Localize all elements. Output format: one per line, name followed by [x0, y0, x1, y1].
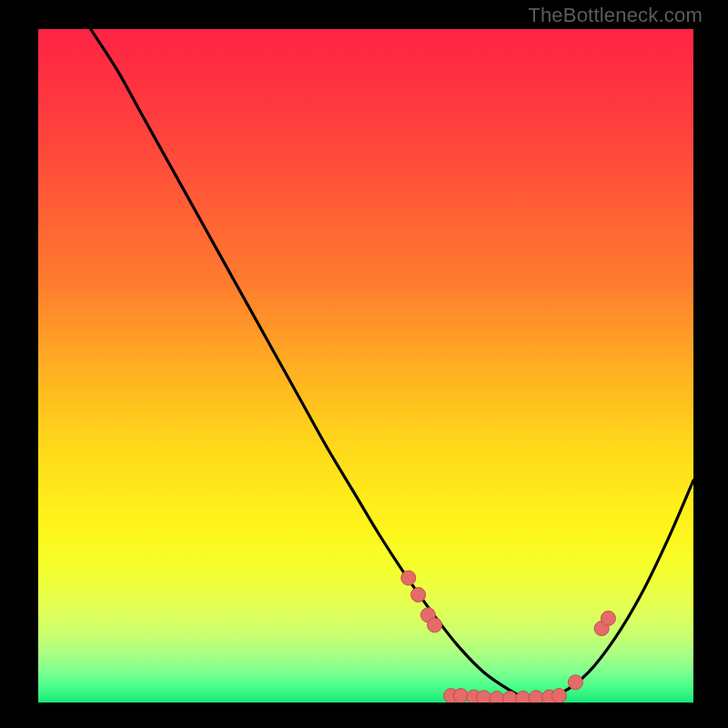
chart-marker [490, 692, 504, 703]
chart-marker [516, 692, 531, 703]
chart-marker [453, 689, 468, 703]
chart-marker [411, 588, 426, 602]
chart-frame: TheBottleneck.com [0, 0, 728, 728]
chart-marker [401, 571, 416, 585]
chart-marker [551, 689, 566, 703]
chart-marker [428, 618, 442, 632]
chart-plot-area [38, 29, 693, 703]
chart-marker [601, 612, 615, 626]
bottleneck-curve [91, 29, 693, 700]
chart-marker [502, 692, 517, 703]
chart-markers [401, 571, 616, 703]
watermark-text: TheBottleneck.com [528, 4, 703, 27]
chart-marker [568, 675, 582, 690]
chart-curve-layer [38, 29, 693, 703]
chart-marker [477, 691, 491, 703]
chart-marker [529, 691, 543, 703]
